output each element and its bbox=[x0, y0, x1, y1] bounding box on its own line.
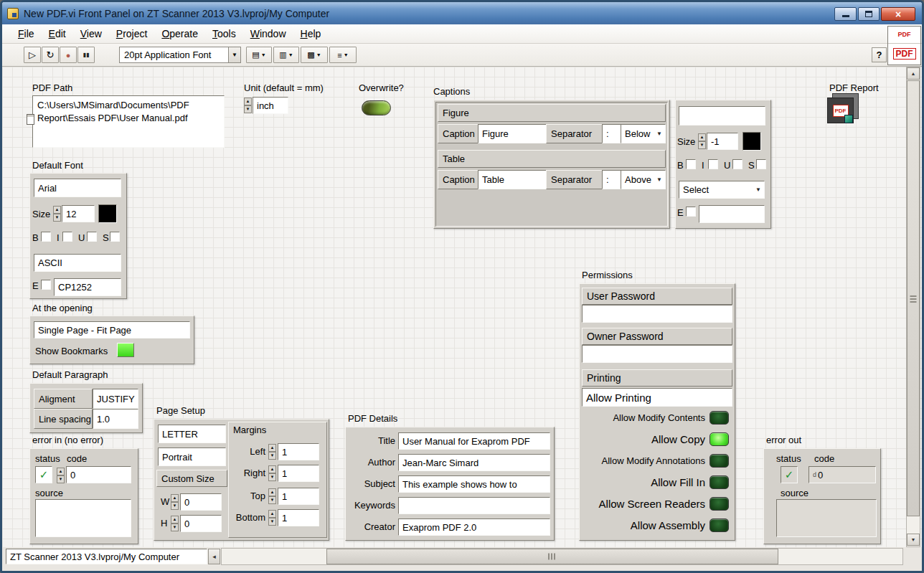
caption-font-color-box[interactable] bbox=[742, 132, 761, 151]
caption-font-size-input[interactable]: -1 bbox=[707, 133, 738, 150]
default-font-encoding-checkbox[interactable] bbox=[41, 280, 51, 290]
overwrite-toggle-button[interactable] bbox=[362, 100, 391, 115]
maximize-button[interactable] bbox=[858, 7, 880, 21]
font-selector[interactable]: 20pt Application Font ▼ bbox=[119, 47, 241, 63]
unit-input[interactable]: inch bbox=[253, 97, 288, 114]
increment-icon[interactable]: ▲ bbox=[268, 510, 276, 518]
table-separator-input[interactable]: : bbox=[602, 170, 621, 189]
decrement-icon[interactable]: ▼ bbox=[171, 524, 179, 531]
increment-icon[interactable]: ▲ bbox=[171, 494, 179, 502]
details-author-input[interactable]: Jean-Marc Simard bbox=[398, 454, 550, 471]
distribute-objects-button[interactable]: ▥▼ bbox=[273, 47, 299, 63]
increment-icon[interactable]: ▲ bbox=[268, 444, 276, 452]
table-caption-input[interactable]: Table bbox=[478, 170, 547, 189]
user-password-input[interactable] bbox=[582, 305, 732, 323]
menu-file[interactable]: File bbox=[11, 24, 42, 43]
details-creator-input[interactable]: Exaprom PDF 2.0 bbox=[398, 518, 550, 536]
caption-font-size-spinner[interactable]: ▲ ▼ bbox=[698, 133, 706, 149]
caption-font-italic-checkbox[interactable] bbox=[708, 159, 718, 169]
pdf-report-icon[interactable]: PDF bbox=[827, 93, 860, 125]
run-button[interactable]: ▷ bbox=[24, 47, 41, 63]
decrement-icon[interactable]: ▼ bbox=[698, 141, 706, 149]
decrement-icon[interactable]: ▼ bbox=[244, 105, 252, 113]
default-font-name-input[interactable]: Arial bbox=[34, 179, 121, 197]
caption-font-encoding-checkbox[interactable] bbox=[686, 207, 696, 217]
vi-icon[interactable]: PDF PDF bbox=[887, 26, 921, 65]
custom-height-input[interactable]: 0 bbox=[180, 515, 222, 532]
table-position-dropdown[interactable]: Above ▼ bbox=[621, 170, 666, 189]
allow-modify-annotations-led[interactable] bbox=[710, 454, 729, 468]
default-font-underline-checkbox[interactable] bbox=[87, 232, 97, 242]
decrement-icon[interactable]: ▼ bbox=[268, 473, 276, 481]
opening-view-dropdown[interactable]: Single Page - Fit Page bbox=[34, 321, 190, 338]
caption-font-name-input[interactable] bbox=[679, 106, 765, 126]
font-selector-arrow-button[interactable]: ▼ bbox=[228, 47, 240, 62]
custom-width-spinner[interactable]: ▲ ▼ bbox=[171, 494, 179, 510]
increment-icon[interactable]: ▲ bbox=[244, 98, 252, 105]
pause-button[interactable]: ▮▮ bbox=[77, 47, 95, 63]
menu-operate[interactable]: Operate bbox=[154, 24, 205, 43]
error-in-code-input[interactable]: 0 bbox=[66, 466, 131, 483]
default-font-strike-checkbox[interactable] bbox=[110, 232, 120, 242]
increment-icon[interactable]: ▲ bbox=[57, 468, 65, 475]
vertical-scrollbar-thumb[interactable] bbox=[907, 80, 920, 516]
caption-font-underline-checkbox[interactable] bbox=[732, 159, 742, 169]
caption-font-strike-checkbox[interactable] bbox=[756, 159, 766, 169]
titlebar[interactable]: New PDF.vi Front Panel on ZT Scanner 201… bbox=[2, 2, 922, 24]
printing-dropdown[interactable]: Allow Printing bbox=[582, 388, 732, 407]
increment-icon[interactable]: ▲ bbox=[268, 488, 276, 496]
scroll-down-button[interactable]: ▼ bbox=[907, 534, 920, 546]
margin-left-input[interactable]: 1 bbox=[278, 443, 319, 460]
caption-font-charset-dropdown[interactable]: Select ▼ bbox=[679, 181, 765, 199]
allow-assembly-led[interactable] bbox=[710, 518, 729, 532]
default-font-charset-dropdown[interactable]: ASCII bbox=[34, 254, 121, 272]
horizontal-scrollbar-thumb[interactable] bbox=[326, 549, 778, 564]
details-keywords-input[interactable] bbox=[398, 497, 550, 514]
allow-fill-in-led[interactable] bbox=[710, 475, 729, 489]
owner-password-input[interactable] bbox=[582, 345, 732, 363]
error-in-status-checkbox[interactable]: ✓ bbox=[35, 466, 52, 483]
margin-bottom-spinner[interactable]: ▲▼ bbox=[268, 510, 276, 526]
caption-font-encoding-input[interactable] bbox=[699, 205, 765, 223]
menu-help[interactable]: Help bbox=[293, 24, 329, 43]
default-font-italic-checkbox[interactable] bbox=[62, 232, 72, 242]
details-subject-input[interactable]: This example shows how to bbox=[398, 475, 550, 493]
margin-top-spinner[interactable]: ▲▼ bbox=[268, 488, 276, 504]
default-font-size-spinner[interactable]: ▲ ▼ bbox=[53, 206, 61, 222]
menu-tools[interactable]: Tools bbox=[205, 24, 243, 43]
margin-right-spinner[interactable]: ▲▼ bbox=[268, 465, 276, 481]
increment-icon[interactable]: ▲ bbox=[698, 133, 706, 141]
alignment-input[interactable]: JUSTIFY bbox=[93, 389, 138, 409]
line-spacing-input[interactable]: 1.0 bbox=[93, 409, 138, 429]
figure-position-dropdown[interactable]: Below ▼ bbox=[621, 124, 666, 143]
decrement-icon[interactable]: ▼ bbox=[268, 518, 276, 526]
error-in-code-spinner[interactable]: ▲ ▼ bbox=[57, 468, 65, 483]
run-continuous-button[interactable]: ↻ bbox=[42, 47, 59, 63]
abort-button[interactable]: ● bbox=[60, 47, 77, 63]
figure-separator-input[interactable]: : bbox=[602, 124, 621, 143]
menu-window[interactable]: Window bbox=[243, 24, 293, 43]
show-bookmarks-toggle[interactable] bbox=[117, 343, 134, 357]
menu-view[interactable]: View bbox=[73, 24, 109, 43]
margin-top-input[interactable]: 1 bbox=[278, 488, 319, 505]
details-title-input[interactable]: User Manual for Exaprom PDF bbox=[398, 432, 550, 450]
decrement-icon[interactable]: ▼ bbox=[268, 496, 276, 504]
execution-target-indicator[interactable]: ZT Scanner 2013 V3.lvproj/My Computer bbox=[6, 549, 207, 564]
default-font-encoding-input[interactable]: CP1252 bbox=[54, 278, 121, 296]
allow-modify-contents-led[interactable] bbox=[710, 411, 729, 425]
close-button[interactable]: × bbox=[881, 7, 915, 21]
margin-left-spinner[interactable]: ▲▼ bbox=[268, 444, 276, 460]
margin-right-input[interactable]: 1 bbox=[278, 465, 319, 482]
allow-copy-led[interactable] bbox=[710, 432, 729, 446]
default-font-size-input[interactable]: 12 bbox=[62, 205, 95, 222]
figure-caption-input[interactable]: Figure bbox=[478, 124, 547, 143]
custom-height-spinner[interactable]: ▲ ▼ bbox=[171, 516, 179, 531]
default-font-bold-checkbox[interactable] bbox=[41, 232, 51, 242]
allow-screen-readers-led[interactable] bbox=[710, 497, 729, 511]
menu-project[interactable]: Project bbox=[109, 24, 155, 43]
scroll-left-button[interactable]: ◂ bbox=[208, 549, 220, 564]
menu-edit[interactable]: Edit bbox=[42, 24, 73, 43]
pdf-path-input[interactable]: C:\Users\JMSimard\Documents\PDF Report\E… bbox=[32, 95, 225, 148]
resize-objects-button[interactable]: ▩▼ bbox=[301, 47, 328, 63]
margin-bottom-input[interactable]: 1 bbox=[278, 509, 319, 526]
